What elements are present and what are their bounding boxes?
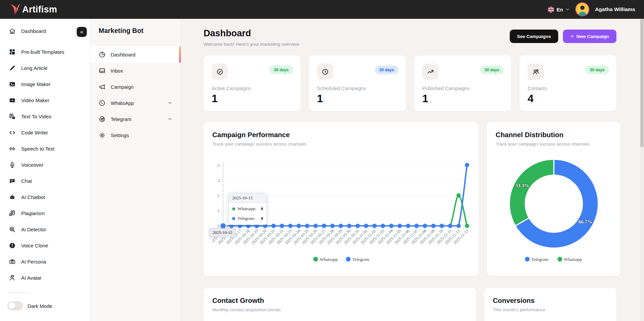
chart-subtitle: Track your campaign success across chann… [496,142,612,147]
chat-icon [9,177,16,185]
sidebar-item-speech-to-text[interactable]: Speech to Text [0,141,90,157]
sidebar-item-plagiarism[interactable]: Plagiarism [0,205,90,221]
card-subtitle: This month's performance [493,307,608,312]
code-icon [9,129,16,136]
artifism-logo-icon [9,3,22,16]
svg-text:2: 2 [218,178,220,183]
home-icon [9,28,16,35]
see-campaigns-button[interactable]: See Campaigns [510,30,559,43]
user-avatar[interactable] [575,2,589,16]
svg-text:Whatsapp: Whatsapp [564,257,582,262]
toggle-knob [8,303,15,309]
tooltip-row: Whatsapp: 0 [229,203,266,213]
subsidebar-item-campaign[interactable]: Campaign [91,79,181,95]
sidebar-item-label: AI Avatar [21,275,42,281]
sidebar-item-video-maker[interactable]: Video Maker [0,92,90,108]
sidebar-item-label: Plagiarism [21,210,45,216]
series-name: Whatsapp: [238,206,256,211]
stat-label: Active Campaigns [212,86,292,91]
svg-text:66.7%: 66.7% [578,219,592,225]
sidebar-item-label: Pre-built Templates [21,49,64,55]
language-label: En [557,7,563,12]
trending-up-icon [422,64,438,80]
period-badge: 30 days [480,66,504,74]
subsidebar-item-label: Dashboard [111,52,135,57]
sidebar-item-voiceover[interactable]: Voiceover [0,157,90,173]
sidebar-item-label: Ai Detector [21,227,46,232]
chevron-down-icon [167,100,173,106]
sidebar-item-code-writer[interactable]: Code Writer [0,124,90,141]
svg-text:1: 1 [218,208,220,213]
channel-distribution-card: Channel Distribution Track your campaign… [487,122,620,276]
logo-text: Artifism [22,4,57,15]
svg-text:Whatsapp: Whatsapp [320,257,338,262]
svg-text:33.3%: 33.3% [515,183,529,188]
microphone-icon [9,161,16,168]
logo[interactable]: Artifism [9,3,57,16]
avatar-robot-icon [9,274,16,281]
sidebar-item-ai-detector[interactable]: Ai Detector [0,221,90,237]
sidebar-item-label: Text To Video [21,114,51,119]
stat-card-scheduled-campaigns: 30 days Scheduled Campaigns 1 [309,55,406,111]
plagiarism-icon [9,210,16,217]
page-subtitle: Welcome back! Here's your marketing over… [204,42,299,47]
dark-mode-toggle[interactable] [7,302,23,310]
stat-card-contacts: 30 days Contacts 4 [520,55,616,111]
subsidebar-item-label: WhatsApp [111,100,134,106]
card-title: Contact Growth [212,296,467,305]
subsidebar-item-inbox[interactable]: Inbox [91,63,181,79]
sidebar-item-ai-chatbot[interactable]: AI Chatbot [0,189,90,205]
period-badge: 30 days [585,66,609,74]
sidebar-item-label: Video Maker [21,97,49,103]
stat-label: Scheduled Campaigns [317,86,398,91]
tooltip-row: Telegram: 0 [229,213,266,225]
sidebar-item-pre-built-templates[interactable]: Pre-built Templates [0,44,90,60]
chevron-down-icon [167,116,173,122]
sidebar-item-text-to-video[interactable]: Text To Video [0,108,90,124]
chart-title: Campaign Performance [212,131,470,139]
stat-label: Published Campaigns [422,86,503,91]
sidebar-item-label: AI Chatbot [21,194,45,200]
series-name: Telegram: [238,216,255,221]
subsidebar-item-label: Inbox [111,68,123,74]
conversions-card: Conversions This month's performance [484,288,616,321]
sidebar-item-ai-avatar[interactable]: AI Avatar [0,270,90,286]
user-name: Agatha Williams [595,6,635,12]
sidebar-item-label: Dashboard [21,28,46,34]
svg-text:Telegram: Telegram [352,257,369,262]
sidebar-item-label: Voice Clone [21,243,48,248]
sidebar-item-long-article[interactable]: Long Article [0,60,90,76]
subsidebar-item-telegram[interactable]: Telegram [91,111,181,127]
scrollbar-thumb[interactable] [640,19,644,147]
stat-value: 4 [528,92,608,105]
subsidebar-item-whatsapp[interactable]: WhatsApp [91,95,181,111]
sidebar-item-label: Image Maker [21,81,51,87]
subsidebar-item-settings[interactable]: Settings [91,127,181,143]
sidebar-item-image-maker[interactable]: Image Maker [0,76,90,92]
whatsapp-icon [99,99,106,107]
templates-icon [9,48,16,55]
channel-donut-chart[interactable]: 66.7%33.3%TelegramWhatsapp [496,151,612,267]
stat-label: Contacts [528,86,608,91]
detector-icon [9,226,16,233]
sidebar-item-voice-clone[interactable]: Voice Clone [0,237,90,253]
series-dot [232,217,235,220]
new-campaign-button[interactable]: + New Campaign [563,30,616,43]
subsidebar-item-dashboard[interactable]: Dashboard [91,46,181,63]
plus-icon: + [570,33,574,40]
series-value: 0 [261,216,263,221]
video-icon [9,97,16,104]
secondary-sidebar: Marketing Bot Dashboard Inbox Campaign W… [91,19,181,321]
contact-growth-card: Contact Growth Monthly contact acquisiti… [204,288,476,321]
dark-mode-row: Dark Mode [7,302,52,310]
chatbot-icon [9,194,16,201]
sidebar-item-label: Voiceover [21,162,43,168]
sidebar-item-chat[interactable]: Chat [0,173,90,189]
stat-card-active-campaigns: 30 days Active Campaigns 1 [204,55,300,111]
subsidebar-item-label: Campaign [111,84,134,90]
collapse-sidebar-button[interactable]: « [77,27,87,37]
stat-value: 1 [422,92,503,105]
chart-title: Channel Distribution [496,131,612,139]
language-switcher[interactable]: En [548,6,570,13]
sidebar-item-ai-persona[interactable]: AI Persona [0,253,90,270]
